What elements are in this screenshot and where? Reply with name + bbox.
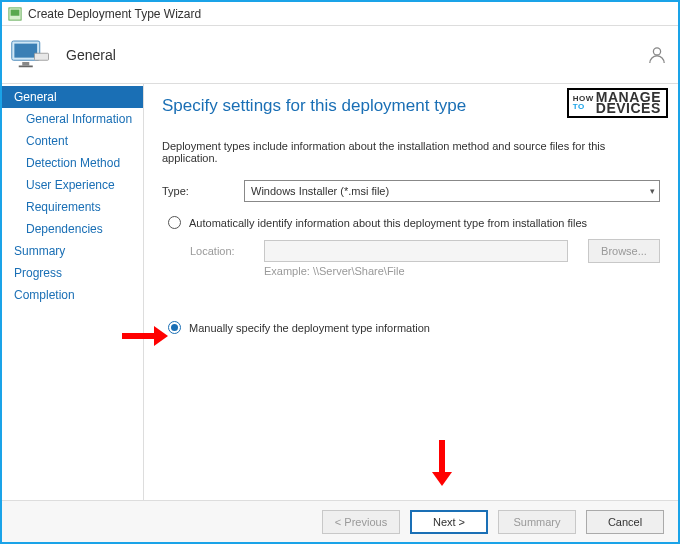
sidebar-item-progress[interactable]: Progress [2, 262, 143, 284]
svg-rect-4 [22, 62, 29, 66]
location-row: Location: Browse... [190, 239, 660, 263]
window-title: Create Deployment Type Wizard [28, 7, 201, 21]
sidebar-item-requirements[interactable]: Requirements [2, 196, 143, 218]
cancel-button[interactable]: Cancel [586, 510, 664, 534]
radio-manual-label: Manually specify the deployment type inf… [189, 322, 430, 334]
sidebar-item-general-information[interactable]: General Information [2, 108, 143, 130]
svg-marker-11 [432, 472, 452, 486]
location-example: Example: \\Server\Share\File [264, 265, 660, 277]
annotation-arrow-right [120, 324, 168, 351]
radio-manual-control[interactable] [168, 321, 181, 334]
radio-auto-label: Automatically identify information about… [189, 217, 587, 229]
sidebar-item-label: Detection Method [26, 156, 120, 170]
sidebar-item-completion[interactable]: Completion [2, 284, 143, 306]
page-description: Deployment types include information abo… [162, 140, 660, 164]
monitor-icon [10, 36, 52, 74]
sidebar-item-label: User Experience [26, 178, 115, 192]
svg-rect-3 [14, 43, 37, 57]
wizard-sidebar: General General Information Content Dete… [2, 84, 144, 500]
sidebar-item-label: Summary [14, 244, 65, 258]
type-row: Type: Windows Installer (*.msi file) ▾ [162, 180, 660, 202]
header-title: General [66, 47, 116, 63]
sidebar-item-general[interactable]: General [2, 86, 143, 108]
radio-dot-icon [171, 324, 178, 331]
type-dropdown[interactable]: Windows Installer (*.msi file) ▾ [244, 180, 660, 202]
svg-rect-6 [35, 53, 49, 60]
sidebar-item-label: Content [26, 134, 68, 148]
main-panel: HOW TO MANAGE DEVICES Specify settings f… [144, 84, 678, 500]
title-bar: Create Deployment Type Wizard [2, 2, 678, 26]
content-area: General General Information Content Dete… [2, 84, 678, 500]
wizard-footer: < Previous Next > Summary Cancel [2, 500, 678, 542]
next-button[interactable]: Next > [410, 510, 488, 534]
sidebar-item-label: Dependencies [26, 222, 103, 236]
svg-marker-9 [154, 326, 168, 346]
sidebar-item-label: Progress [14, 266, 62, 280]
user-icon [648, 46, 666, 64]
sidebar-item-summary[interactable]: Summary [2, 240, 143, 262]
svg-rect-1 [11, 9, 20, 15]
radio-manual-row[interactable]: Manually specify the deployment type inf… [168, 321, 660, 334]
radio-auto-row[interactable]: Automatically identify information about… [168, 216, 660, 229]
type-label: Type: [162, 185, 232, 197]
svg-rect-5 [19, 65, 33, 67]
sidebar-item-detection-method[interactable]: Detection Method [2, 152, 143, 174]
browse-button: Browse... [588, 239, 660, 263]
radio-auto-control[interactable] [168, 216, 181, 229]
location-label: Location: [190, 245, 252, 257]
summary-button: Summary [498, 510, 576, 534]
location-input [264, 240, 568, 262]
sidebar-item-label: General [14, 90, 57, 104]
svg-point-7 [653, 47, 660, 54]
sidebar-item-user-experience[interactable]: User Experience [2, 174, 143, 196]
sidebar-item-label: General Information [26, 112, 132, 126]
watermark-logo: HOW TO MANAGE DEVICES [567, 88, 668, 118]
app-icon [8, 7, 22, 21]
wizard-header: General [2, 26, 678, 84]
chevron-down-icon: ▾ [650, 186, 655, 196]
sidebar-item-dependencies[interactable]: Dependencies [2, 218, 143, 240]
annotation-arrow-down [430, 438, 454, 489]
sidebar-item-label: Requirements [26, 200, 101, 214]
previous-button: < Previous [322, 510, 400, 534]
type-dropdown-value: Windows Installer (*.msi file) [251, 185, 389, 197]
sidebar-item-label: Completion [14, 288, 75, 302]
sidebar-item-content[interactable]: Content [2, 130, 143, 152]
